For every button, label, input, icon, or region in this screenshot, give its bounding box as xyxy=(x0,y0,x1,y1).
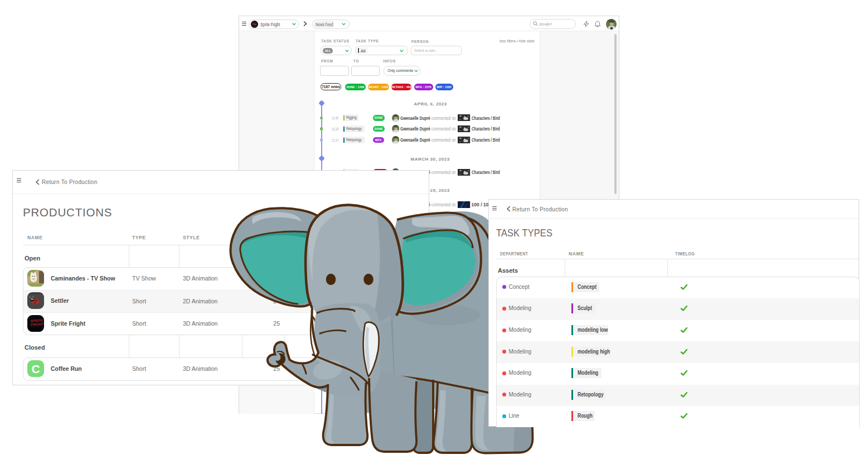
svg-text:FRIGHT: FRIGHT xyxy=(31,322,45,326)
svg-text:C: C xyxy=(32,362,40,375)
